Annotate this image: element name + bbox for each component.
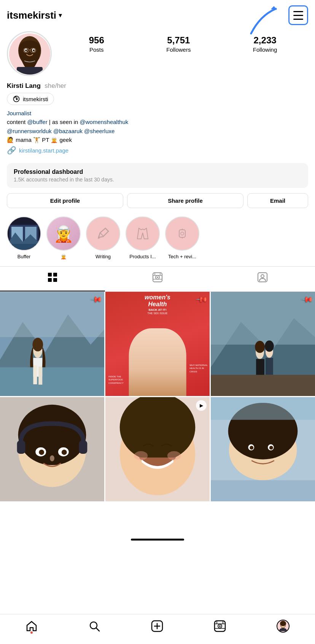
bazaaruk-link[interactable]: @bazaaruk <box>53 128 83 134</box>
journalist-link[interactable]: Journalist <box>7 110 31 116</box>
highlight-writing[interactable]: Writing <box>86 216 120 259</box>
bio-section: Kirsti Lang she/her itsmekirsti Journali… <box>0 81 315 159</box>
highlight-circle-emoji: 🧝 <box>46 216 81 251</box>
svg-rect-57 <box>79 440 87 454</box>
posts-label: Posts <box>89 46 104 53</box>
grid-item-3[interactable]: 📌 <box>211 292 315 396</box>
avatar-container[interactable] <box>7 31 52 76</box>
professional-dashboard[interactable]: Professional dashboard 1.5K accounts rea… <box>7 163 308 188</box>
svg-rect-17 <box>179 230 185 237</box>
grid-image-5 <box>105 397 210 501</box>
header: itsmekirsti ▾ <box>0 0 315 29</box>
grid-item-4[interactable] <box>0 397 104 501</box>
posts-stat[interactable]: 956 Posts <box>89 35 104 53</box>
threads-icon <box>13 95 20 103</box>
grid-item-5[interactable]: ▶ <box>105 397 210 501</box>
highlight-tech[interactable]: Tech + revi... <box>165 216 199 259</box>
website-link[interactable]: kirstilang.start.page <box>19 147 68 154</box>
tagged-icon <box>257 272 268 285</box>
svg-rect-24 <box>53 278 57 282</box>
menu-line-3 <box>293 19 303 20</box>
svg-rect-52 <box>211 375 315 396</box>
avatar <box>9 33 50 75</box>
tab-tagged[interactable] <box>210 267 315 291</box>
reels-icon <box>152 272 163 285</box>
nav-profile-avatar <box>277 620 290 633</box>
followers-stat[interactable]: 5,751 Followers <box>166 35 191 53</box>
highlight-label-tech: Tech + revi... <box>168 254 196 259</box>
svg-rect-10 <box>17 67 43 75</box>
posts-count: 956 <box>89 35 104 46</box>
pro-dashboard-subtitle: 1.5K accounts reached in the last 30 day… <box>14 177 301 183</box>
svg-point-50 <box>255 341 265 353</box>
highlight-circle-writing <box>86 216 120 251</box>
pro-dashboard-title: Professional dashboard <box>14 169 301 175</box>
nav-home[interactable] <box>25 620 38 632</box>
grid-item-6[interactable] <box>211 397 315 501</box>
search-icon <box>88 620 100 632</box>
video-play-icon-5: ▶ <box>196 400 207 411</box>
highlight-products[interactable]: Products I... <box>126 216 160 259</box>
pronoun: she/her <box>45 82 66 89</box>
display-name: Kirsti Lang <box>7 82 41 89</box>
svg-rect-45 <box>211 292 315 345</box>
grid-image-3 <box>211 292 315 396</box>
highlight-emoji[interactable]: 🧝 🧝 <box>46 216 81 259</box>
avatar-ring <box>7 31 52 76</box>
svg-point-76 <box>250 446 253 450</box>
username-chevron: ▾ <box>59 11 62 19</box>
grid-item-2[interactable]: women'sHealth BACK AT IT! THE SEX ISSUE … <box>105 292 210 396</box>
svg-rect-49 <box>266 358 273 375</box>
svg-rect-41 <box>38 367 42 385</box>
edit-profile-button[interactable]: Edit profile <box>7 193 123 208</box>
bottom-nav <box>0 614 315 644</box>
nav-create[interactable] <box>151 620 163 632</box>
nav-reels[interactable] <box>214 620 226 632</box>
sheerluxe-link[interactable]: @sheerluxe <box>84 128 115 134</box>
svg-point-95 <box>280 621 286 626</box>
highlight-label-buffer: Buffer <box>18 254 30 259</box>
bio-line4: 🙋 mama 🏋️ PT 🧝 geek <box>7 135 308 144</box>
reels-nav-icon <box>214 620 226 632</box>
following-stat[interactable]: 2,233 Following <box>253 35 277 53</box>
buffer-link[interactable]: @buffer <box>27 119 47 125</box>
home-icon <box>25 620 38 632</box>
highlight-label-writing: Writing <box>95 254 111 259</box>
highlight-circle-tech <box>165 216 199 251</box>
svg-rect-56 <box>17 440 25 454</box>
grid-item-1[interactable]: 📌 <box>0 292 104 396</box>
threads-badge[interactable]: itsmekirsti <box>7 93 54 105</box>
svg-rect-21 <box>48 273 52 277</box>
stats-row: 956 Posts 5,751 Followers 2,233 Followin… <box>58 31 308 53</box>
nav-profile[interactable] <box>277 620 290 633</box>
runnersworlduk-link[interactable]: @runnersworlduk <box>7 128 52 134</box>
username-area[interactable]: itsmekirsti ▾ <box>7 10 62 21</box>
threads-handle: itsmekirsti <box>23 96 48 102</box>
tab-reels[interactable] <box>105 267 210 291</box>
highlight-buffer[interactable]: Buffer <box>7 216 41 259</box>
highlight-circle-buffer <box>7 216 41 251</box>
svg-rect-16 <box>8 244 40 250</box>
photo-grid: 📌 women'sHealth BACK AT IT! THE SEX ISSU… <box>0 292 315 501</box>
highlights-section: Buffer 🧝 🧝 Writing <box>0 215 315 266</box>
svg-rect-47 <box>256 359 264 376</box>
bio-name-line: Kirsti Lang she/her <box>7 82 308 90</box>
svg-rect-37 <box>0 367 104 396</box>
username-text: itsmekirsti <box>7 10 56 21</box>
share-profile-button[interactable]: Share profile <box>127 193 243 208</box>
bio-line2: content @buffer | as seen in @womensheal… <box>7 118 308 126</box>
grid-image-4 <box>0 397 104 501</box>
bio-line1: Journalist <box>7 109 308 118</box>
svg-rect-22 <box>53 273 57 277</box>
svg-point-6 <box>33 49 35 51</box>
create-icon <box>151 620 163 632</box>
email-button[interactable]: Email <box>247 193 308 208</box>
svg-point-20 <box>181 232 184 235</box>
svg-point-66 <box>134 451 148 460</box>
womenshealthuk-link[interactable]: @womenshealthuk <box>80 119 128 125</box>
menu-button[interactable] <box>288 5 308 25</box>
following-count: 2,233 <box>254 35 277 46</box>
tab-grid[interactable] <box>0 267 105 291</box>
nav-search[interactable] <box>88 620 100 632</box>
svg-point-77 <box>269 446 273 450</box>
